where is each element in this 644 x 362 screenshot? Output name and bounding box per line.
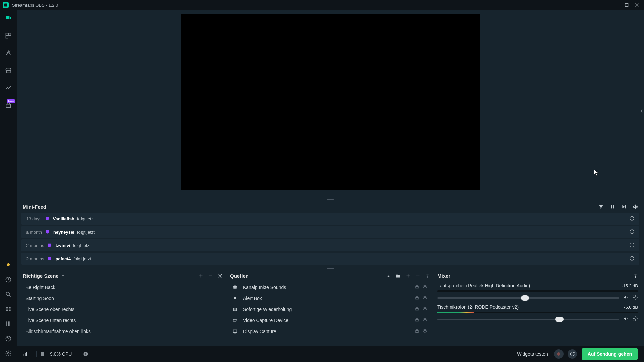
audio-meter [437,312,638,313]
svg-rect-19 [9,321,10,326]
performance-icon[interactable] [23,351,28,357]
collapse-chat-icon[interactable] [639,104,644,118]
volume-slider[interactable] [437,297,619,299]
lock-icon[interactable] [415,295,419,301]
replay-icon[interactable] [629,229,635,235]
replay-icon[interactable] [629,216,635,222]
source-item[interactable]: Kanalpunkte Sounds [229,282,431,293]
feed-action: folgt jetzt [73,243,629,248]
channel-name: Tischmikrofon (2- RODE Podcaster v2) [437,304,624,310]
bars-icon[interactable] [4,320,12,328]
go-live-button[interactable]: Auf Sendung gehen [582,348,638,360]
settings-icon[interactable] [4,349,12,357]
lock-icon[interactable] [415,306,419,312]
volume-slider[interactable] [437,319,619,320]
search-icon[interactable] [4,290,12,298]
mixer-settings-icon[interactable] [633,273,638,278]
channel-settings-icon[interactable] [633,316,638,322]
source-settings-icon[interactable] [425,273,430,278]
source-item[interactable]: Sofortige Wiederholung [229,304,431,315]
svg-rect-49 [416,330,418,332]
eye-icon[interactable] [423,317,427,323]
scene-item[interactable]: Be Right Back [21,282,224,293]
editor-tab-icon[interactable] [4,14,12,22]
svg-rect-7 [6,36,8,38]
themes-tab-icon[interactable] [4,49,12,57]
clip-icon [233,307,238,312]
eye-icon[interactable] [423,295,427,301]
notifications-icon[interactable] [4,261,12,269]
minimize-button[interactable] [612,0,621,10]
maximize-button[interactable] [622,0,631,10]
preview-canvas[interactable] [181,14,480,190]
svg-point-9 [7,263,10,266]
mute-icon[interactable] [623,295,629,301]
volume-icon[interactable] [633,204,638,209]
scene-settings-icon[interactable] [218,273,223,278]
widgets-test-button[interactable]: Widgets testen [517,351,548,357]
help-icon[interactable] [4,335,12,343]
channel-settings-icon[interactable] [633,295,638,301]
drag-handle[interactable] [17,198,644,201]
svg-rect-58 [42,353,43,355]
add-scene-icon[interactable] [198,273,203,278]
feed-item[interactable]: 2 months tzvinivi folgt jetzt [21,239,639,251]
store-tab-icon[interactable] [4,66,12,74]
scene-item[interactable]: Live Scene oben rechts [21,304,224,315]
filter-icon[interactable] [598,204,604,209]
pause-icon[interactable] [610,204,615,209]
drag-handle[interactable] [17,267,644,269]
feed-item[interactable]: a month neyneysel folgt jetzt [21,226,639,238]
replay-buffer-button[interactable] [568,349,577,359]
replay-icon[interactable] [629,256,635,262]
feed-user: tzvinivi [55,243,70,248]
svg-rect-34 [416,286,418,288]
scene-item[interactable]: Bildschirmaufnahme oben links [21,326,224,337]
source-item[interactable]: Alert Box [229,293,431,304]
channel-db: -15.2 dB [622,283,638,288]
close-button[interactable] [632,0,641,10]
scene-item[interactable]: Live Scene unten rechts [21,315,224,326]
replay-icon[interactable] [629,242,635,249]
source-item[interactable]: Video Capture Device [229,315,431,326]
layout-tab-icon[interactable] [4,32,12,40]
channel-name: Lautsprecher (Realtek High Definition Au… [437,283,622,288]
sources-title: Quellen [230,273,249,279]
apps-tab-icon[interactable]: Neu [4,101,12,109]
mute-icon[interactable] [623,316,629,322]
feed-item[interactable]: 2 months pafect4 folgt jetzt [21,253,639,265]
feed-item[interactable]: 13 days Vanillefish folgt jetzt [21,213,639,225]
add-folder-icon[interactable] [396,273,401,278]
scene-item[interactable]: Starting Soon [21,293,224,304]
lock-icon[interactable] [415,328,419,334]
feed-time: 2 months [26,256,44,261]
eye-icon[interactable] [423,306,427,312]
preview-area[interactable] [17,10,644,198]
svg-rect-46 [233,330,237,332]
audio-meter [437,290,638,292]
eye-icon[interactable] [423,284,427,290]
svg-rect-23 [613,205,614,209]
svg-point-32 [427,275,428,276]
svg-rect-43 [233,319,236,321]
scenes-title[interactable]: Richtige Szene [23,273,59,279]
remove-source-icon[interactable] [415,273,420,278]
globe-icon [233,285,238,290]
stats-tab-icon[interactable] [4,84,12,92]
add-source-icon[interactable] [406,273,411,278]
source-item[interactable]: Display Capture [229,326,431,337]
skip-icon[interactable] [621,204,627,209]
remove-scene-icon[interactable] [208,273,213,278]
record-button[interactable] [554,349,564,359]
clock-icon[interactable] [4,276,12,284]
eye-icon[interactable] [423,328,427,334]
lock-icon[interactable] [415,317,419,323]
lock-icon[interactable] [415,284,419,290]
grid-icon[interactable] [4,305,12,313]
info-icon[interactable]: i [83,351,88,357]
footer-bar: 9.0% CPU i Widgets testen Auf Sendung ge… [17,346,644,362]
chevron-down-icon[interactable] [61,273,65,278]
svg-rect-16 [9,310,11,311]
source-stream-icon[interactable] [386,273,391,278]
svg-rect-2 [625,4,628,7]
